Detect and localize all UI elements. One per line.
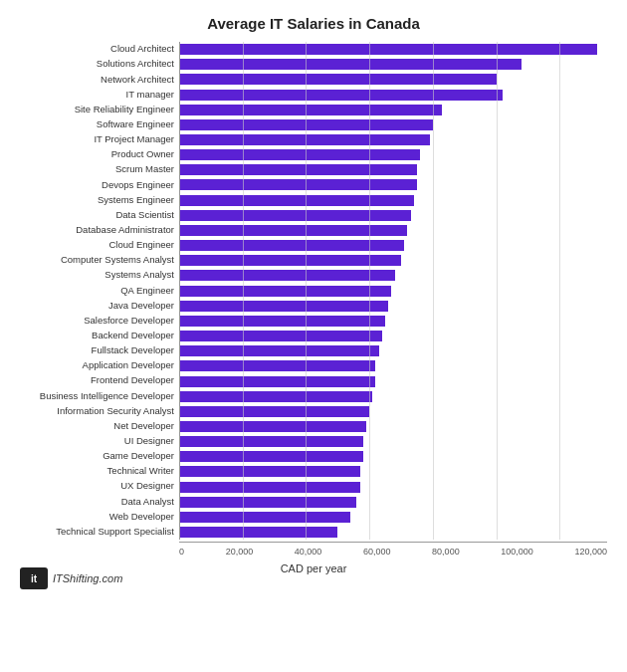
bar-label: Technical Support Specialist <box>10 527 179 537</box>
bar-label: Data Analyst <box>10 497 179 507</box>
bar <box>179 105 442 115</box>
bar <box>179 179 417 190</box>
bar-label: Systems Analyst <box>10 270 179 280</box>
bar-label: Web Developer <box>10 512 179 522</box>
bar-label: Salesforce Developer <box>10 316 179 326</box>
bars-column <box>179 42 607 540</box>
bar <box>179 345 379 356</box>
bar-label: Systems Engineer <box>10 195 179 205</box>
bar-label: Information Security Analyst <box>10 406 179 416</box>
x-tick: 100,000 <box>501 547 533 557</box>
bar <box>179 149 420 160</box>
bar <box>179 466 360 477</box>
bar <box>179 497 356 508</box>
logo-box: it <box>20 567 48 589</box>
bar <box>179 406 369 417</box>
bar <box>179 376 375 387</box>
bar <box>179 512 350 523</box>
grid-line <box>559 42 560 540</box>
grid-line <box>497 42 498 540</box>
bar <box>179 331 382 341</box>
bar-label: Cloud Engineer <box>10 240 179 250</box>
bar <box>179 90 503 101</box>
x-tick: 60,000 <box>363 547 391 557</box>
logo-area: it ITShifting.com <box>20 567 122 589</box>
x-axis-line <box>179 542 607 543</box>
bar <box>179 59 522 70</box>
grid-line <box>179 42 180 540</box>
x-tick: 40,000 <box>295 547 322 557</box>
bar-label: Java Developer <box>10 301 179 311</box>
bar <box>179 225 407 236</box>
bar <box>179 286 391 297</box>
bar-label: UI Designer <box>10 436 179 446</box>
bar-label: Product Owner <box>10 149 179 159</box>
x-axis-ticks: 020,00040,00060,00080,000100,000120,000 <box>179 547 607 557</box>
bar-label: Devops Engineer <box>10 180 179 190</box>
chart-title: Average IT Salaries in Canada <box>10 15 617 32</box>
grid-line <box>369 42 370 540</box>
bar-label: Backend Developer <box>10 331 179 340</box>
bar <box>179 210 411 221</box>
bar-label: QA Engineer <box>10 286 179 296</box>
x-tick: 120,000 <box>574 547 607 557</box>
bar <box>179 255 401 266</box>
bar-label: Cloud Architect <box>10 44 179 54</box>
bar-label: Data Scientist <box>10 210 179 220</box>
bar-label: Frontend Developer <box>10 375 179 385</box>
bar-label: Software Engineer <box>10 119 179 129</box>
bar <box>179 301 388 312</box>
bar <box>179 360 375 371</box>
bar-label: Computer Systems Analyst <box>10 255 179 265</box>
bar-label: Site Reliability Engineer <box>10 105 179 114</box>
bar <box>179 436 363 447</box>
chart-container: Average IT Salaries in Canada Cloud Arch… <box>0 0 627 672</box>
bar-label: Business Intelligence Developer <box>10 391 179 401</box>
bar-label: Net Developer <box>10 421 179 431</box>
bar-label: Application Developer <box>10 360 179 370</box>
bar <box>179 270 395 281</box>
logo-abbr: it <box>31 573 37 584</box>
x-tick: 0 <box>179 547 184 557</box>
bar-label: Technical Writer <box>10 466 179 476</box>
bar-label: Database Administrator <box>10 225 179 235</box>
bar <box>179 240 404 251</box>
bar-label: Network Architect <box>10 75 179 85</box>
bar-label: UX Designer <box>10 481 179 491</box>
bar-label: Game Developer <box>10 451 179 461</box>
bar-label: Solutions Architect <box>10 59 179 69</box>
bar <box>179 482 360 493</box>
bar-label: IT Project Manager <box>10 134 179 144</box>
bar-label: Fullstack Developer <box>10 345 179 355</box>
labels-column: Cloud ArchitectSolutions ArchitectNetwor… <box>10 42 179 540</box>
bar <box>179 164 417 175</box>
x-tick: 80,000 <box>432 547 460 557</box>
bar <box>179 527 337 538</box>
logo-text: ITShifting.com <box>53 572 122 584</box>
bar <box>179 195 414 206</box>
bar <box>179 316 385 327</box>
grid-line <box>243 42 244 540</box>
grid-line <box>306 42 307 540</box>
bar <box>179 451 363 462</box>
bar <box>179 391 372 402</box>
bar <box>179 134 430 145</box>
grid-line <box>433 42 434 540</box>
bar-label: Scrum Master <box>10 164 179 174</box>
bar <box>179 421 366 432</box>
bar-label: IT manager <box>10 90 179 100</box>
bar <box>179 74 497 85</box>
x-tick: 20,000 <box>226 547 254 557</box>
